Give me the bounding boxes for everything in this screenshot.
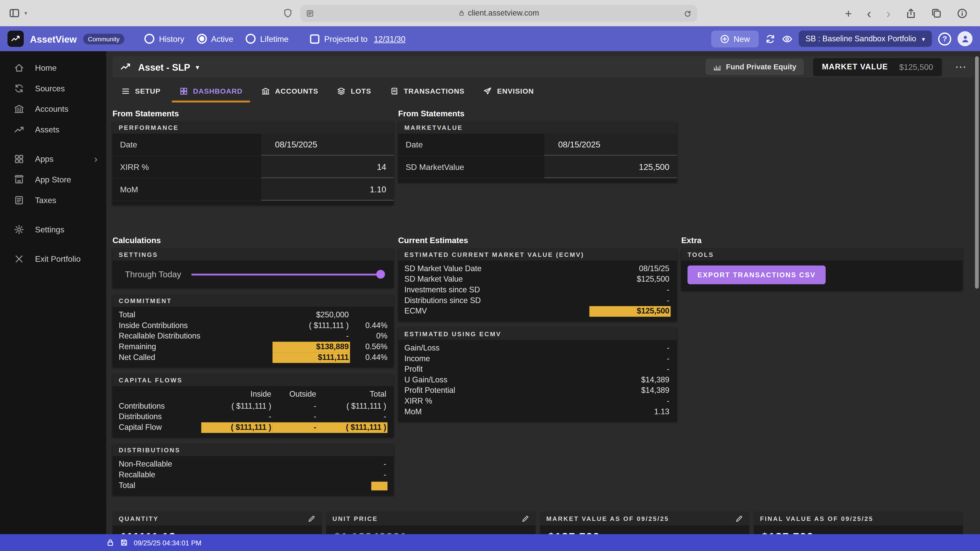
table-row: Recallable Distributions - 0%	[119, 331, 387, 342]
reader-icon[interactable]	[306, 9, 314, 17]
sidebar-item[interactable]: Settings ›	[0, 219, 106, 240]
share-icon[interactable]	[906, 8, 916, 19]
value-card: UNIT PRICE $1.12940001	[326, 512, 535, 534]
more-menu-icon[interactable]: ⋯	[955, 60, 966, 74]
tab-overview-icon[interactable]	[931, 8, 942, 19]
fund-private-equity-button[interactable]: Fund Private Equity	[705, 59, 804, 75]
fund-icon	[713, 63, 721, 71]
section-title: From Statements	[113, 109, 394, 118]
sidebar-item[interactable]: Taxes ›	[0, 190, 106, 210]
trend-icon	[11, 34, 21, 44]
field-input[interactable]: 14	[261, 156, 394, 178]
field-input[interactable]: 1.10	[261, 179, 394, 200]
field-row: SD MarketValue 125,500	[398, 156, 677, 179]
sources-icon	[14, 83, 24, 94]
projected-to-checkbox[interactable]: Projected to	[310, 34, 368, 43]
percent-cell: 0.44%	[350, 352, 387, 363]
tab[interactable]: SETUP	[114, 81, 168, 102]
app-logo[interactable]	[7, 30, 24, 47]
panel-header: CAPITAL FLOWS	[113, 374, 394, 386]
section-title: Current Estimates	[398, 235, 677, 245]
table-row: XIRR % -	[404, 396, 670, 407]
lock-icon	[106, 538, 115, 547]
estimated-using-ecmv-panel: ESTIMATED USING ECMV Gain/Loss -	[398, 328, 677, 422]
scrollbar-thumb[interactable]	[975, 56, 979, 289]
export-transactions-csv-button[interactable]: EXPORT TRANSACTIONS CSV	[687, 265, 826, 284]
back-icon[interactable]: ‹	[867, 6, 871, 20]
value-cell: $14,389	[589, 375, 670, 386]
value-cell: $250,000	[272, 310, 350, 321]
slider-track	[191, 274, 384, 275]
new-button[interactable]: New	[711, 30, 759, 47]
field-input[interactable]: 08/15/2025	[261, 134, 394, 156]
total-cell: ( $111,111 )	[318, 401, 387, 412]
field-input[interactable]: 125,500	[544, 156, 677, 178]
section-title: Extra	[681, 235, 963, 245]
field-row: Date 08/15/2025	[113, 134, 394, 156]
timeframe-radio[interactable]: Active	[197, 34, 233, 44]
sidebar-item[interactable]: Sources ›	[0, 78, 106, 99]
chevron-down-icon[interactable]: ▾	[24, 10, 27, 16]
panel-header: TOOLS	[681, 249, 963, 261]
value-cell: $111,111	[272, 352, 350, 363]
sync-icon[interactable]	[765, 33, 776, 44]
new-tab-icon[interactable]: +	[845, 7, 852, 19]
save-icon[interactable]	[120, 538, 128, 547]
table-row: Distributions since SD -	[404, 295, 670, 306]
timeframe-radio[interactable]: Lifetime	[246, 34, 289, 44]
total-cell: -	[318, 412, 387, 422]
timeframe-radio[interactable]: History	[145, 34, 184, 44]
edit-pencil-icon[interactable]	[307, 514, 316, 523]
field-row: MoM 1.10	[113, 179, 394, 201]
through-today-slider[interactable]	[191, 270, 384, 279]
asset-title-dropdown[interactable]: Asset - SLP ▾	[138, 62, 199, 72]
value-card: FINAL VALUE AS OF 09/25/25 $125,500	[754, 512, 963, 534]
forward-icon[interactable]: ›	[886, 6, 891, 20]
info-icon[interactable]	[957, 8, 967, 19]
url-bar[interactable]: client.assetview.com	[301, 5, 697, 21]
envision-icon	[484, 87, 492, 95]
sidebar-item[interactable]: Assets ›	[0, 119, 106, 140]
table-row: Distributions - - -	[119, 412, 387, 422]
portfolio-selector[interactable]: SB : Baseline Sandbox Portfolio ▾	[799, 30, 932, 47]
value-cell: -	[312, 470, 387, 481]
table-row: Inside Contributions ( $111,111 ) 0.44%	[119, 321, 387, 331]
sidebar-item[interactable]: Home ›	[0, 57, 106, 78]
eye-icon[interactable]	[782, 33, 792, 44]
value-cell: $125,500	[589, 306, 670, 317]
field-row: Date 08/15/2025	[398, 134, 677, 156]
apps-icon	[14, 154, 24, 164]
panel-header: DISTRIBUTIONS	[113, 444, 394, 456]
edit-pencil-icon[interactable]	[521, 514, 529, 523]
sidebar-item[interactable]: App Store ›	[0, 169, 106, 190]
checkbox-icon	[310, 34, 319, 43]
marketvalue-panel: MARKETVALUE Date 08/15/2025	[398, 122, 677, 183]
value-cell: ( $111,111 )	[272, 321, 350, 331]
sidebar-item[interactable]: Accounts ›	[0, 99, 106, 119]
sidebar-item[interactable]: Exit Portfolio ›	[0, 249, 106, 269]
field-input[interactable]: 08/15/2025	[544, 134, 677, 156]
privacy-shield-icon[interactable]	[283, 8, 293, 18]
table-row: U Gain/Loss $14,389	[404, 375, 670, 386]
tab[interactable]: LOTS	[329, 81, 379, 102]
chevron-right-icon: ›	[94, 154, 97, 164]
inside-cell: -	[201, 412, 272, 422]
exit-icon	[14, 254, 24, 264]
panel-header: PERFORMANCE	[113, 122, 394, 134]
sidebar-toggle-icon[interactable]	[9, 7, 20, 19]
sidebar-item[interactable]: Apps ›	[0, 149, 106, 169]
inside-cell: ( $111,111 )	[201, 401, 272, 412]
value-cell: -	[589, 295, 670, 306]
tab[interactable]: DASHBOARD	[172, 81, 250, 102]
tab[interactable]: ENVISION	[476, 81, 541, 102]
slider-thumb[interactable]	[376, 270, 385, 279]
table-row: Net Called $111,111 0.44%	[119, 352, 387, 363]
total-cell: ( $111,111 )	[318, 422, 387, 433]
projected-date-link[interactable]: 12/31/30	[374, 34, 406, 43]
tab[interactable]: ACCOUNTS	[254, 81, 326, 102]
avatar[interactable]	[958, 31, 973, 46]
tab[interactable]: TRANSACTIONS	[383, 81, 472, 102]
refresh-icon[interactable]	[683, 9, 692, 17]
help-button[interactable]: ?	[938, 32, 951, 45]
edit-pencil-icon[interactable]	[735, 514, 743, 523]
